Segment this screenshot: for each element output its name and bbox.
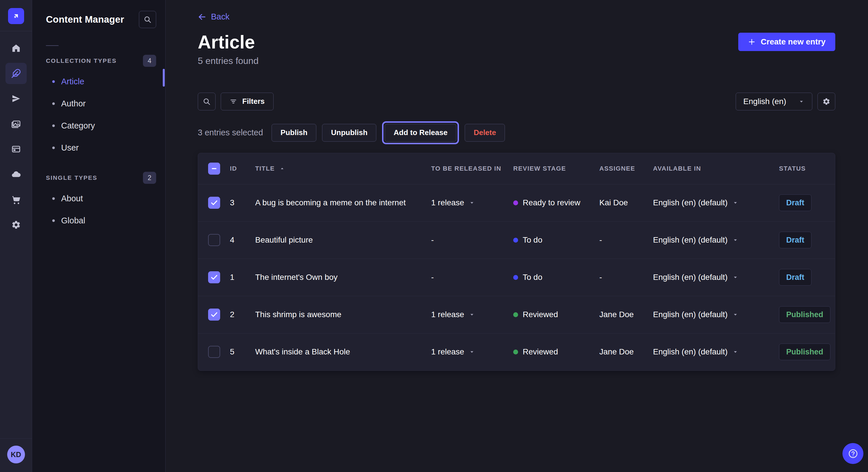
rail-item-cloud[interactable] bbox=[5, 164, 27, 185]
locale-select[interactable]: English (en) bbox=[736, 93, 812, 110]
gear-icon bbox=[823, 98, 830, 105]
row-releases: - bbox=[431, 273, 513, 282]
column-header-released-in: TO BE RELEASED IN bbox=[431, 165, 513, 172]
column-header-title[interactable]: TITLE bbox=[255, 165, 431, 172]
column-header-status: STATUS bbox=[779, 165, 835, 172]
row-title: The internet's Own boy bbox=[255, 273, 431, 282]
table-row[interactable]: 5What's inside a Black Hole1 releaseRevi… bbox=[198, 333, 835, 370]
single-types-section: SINGLE TYPES 2 AboutGlobal bbox=[32, 171, 165, 232]
feather-icon bbox=[11, 69, 21, 78]
status-badge: Draft bbox=[779, 269, 811, 285]
chevron-down-icon bbox=[732, 200, 739, 206]
sidebar-item-author[interactable]: Author bbox=[32, 93, 165, 115]
avatar[interactable]: KD bbox=[7, 446, 25, 463]
help-button[interactable] bbox=[842, 443, 863, 464]
stage-dot-icon bbox=[513, 312, 518, 317]
rail-icon-list bbox=[5, 38, 27, 235]
row-id: 1 bbox=[230, 273, 255, 282]
send-icon bbox=[11, 94, 21, 103]
row-releases[interactable]: 1 release bbox=[431, 198, 513, 207]
delete-button[interactable]: Delete bbox=[465, 124, 505, 142]
sidebar-item-article[interactable]: Article bbox=[32, 71, 165, 93]
table-row[interactable]: 1The internet's Own boy-To do-English (e… bbox=[198, 259, 835, 296]
cloud-icon bbox=[11, 169, 21, 179]
sidebar-item-global[interactable]: Global bbox=[32, 210, 165, 232]
stage-dot-icon bbox=[513, 238, 518, 243]
unpublish-button[interactable]: Unpublish bbox=[322, 124, 376, 142]
view-settings-button[interactable] bbox=[817, 93, 835, 110]
chevron-down-icon bbox=[798, 98, 805, 105]
row-checkbox[interactable] bbox=[208, 197, 220, 209]
row-review-stage: Ready to review bbox=[513, 198, 599, 207]
sidebar-item-user[interactable]: User bbox=[32, 137, 165, 159]
select-all-checkbox[interactable] bbox=[208, 163, 220, 175]
row-id: 5 bbox=[230, 347, 255, 357]
rail-item-feather[interactable] bbox=[5, 63, 27, 84]
strapi-logo[interactable] bbox=[8, 8, 24, 24]
rail-item-media[interactable] bbox=[5, 113, 27, 134]
home-icon bbox=[11, 43, 21, 53]
layout-icon bbox=[11, 144, 21, 154]
row-assignee: - bbox=[599, 273, 653, 282]
back-link[interactable]: Back bbox=[198, 12, 229, 22]
table-row[interactable]: 4Beautiful picture-To do-English (en) (d… bbox=[198, 222, 835, 259]
rail-item-send[interactable] bbox=[5, 88, 27, 109]
row-assignee: Jane Doe bbox=[599, 347, 653, 357]
table-row[interactable]: 2This shrimp is awesome1 releaseReviewed… bbox=[198, 296, 835, 333]
filters-button[interactable]: Filters bbox=[221, 93, 274, 110]
row-releases[interactable]: 1 release bbox=[431, 310, 513, 319]
row-locale-dropdown[interactable]: English (en) (default) bbox=[653, 198, 779, 207]
chevron-down-icon bbox=[732, 274, 739, 280]
list-search-button[interactable] bbox=[198, 93, 216, 110]
bullet-icon bbox=[52, 220, 55, 222]
sidebar-item-label: Global bbox=[61, 216, 85, 225]
entries-table: ID TITLE TO BE RELEASED IN REVIEW STAGE … bbox=[198, 153, 835, 371]
row-id: 4 bbox=[230, 235, 255, 245]
bullet-icon bbox=[52, 80, 55, 83]
row-releases[interactable]: 1 release bbox=[431, 347, 513, 357]
chevron-down-icon bbox=[469, 200, 475, 206]
row-locale-dropdown[interactable]: English (en) (default) bbox=[653, 310, 779, 319]
list-view: Back Article 5 entries found Create new … bbox=[166, 0, 868, 472]
row-review-stage: Reviewed bbox=[513, 310, 599, 319]
publish-button[interactable]: Publish bbox=[272, 124, 316, 142]
row-checkbox[interactable] bbox=[208, 234, 220, 246]
rail-item-gear[interactable] bbox=[5, 214, 27, 235]
filter-icon bbox=[229, 98, 237, 105]
section-label: COLLECTION TYPES bbox=[46, 57, 117, 64]
stage-dot-icon bbox=[513, 200, 518, 205]
row-assignee: - bbox=[599, 235, 653, 245]
row-checkbox[interactable] bbox=[208, 271, 220, 283]
rail-item-home[interactable] bbox=[5, 38, 27, 59]
sort-ascending-icon bbox=[279, 166, 285, 171]
row-checkbox[interactable] bbox=[208, 346, 220, 358]
status-badge: Draft bbox=[779, 232, 811, 248]
row-review-stage: To do bbox=[513, 235, 599, 245]
add-to-release-button[interactable]: Add to Release bbox=[384, 124, 456, 142]
stage-dot-icon bbox=[513, 349, 518, 355]
subnav-search-button[interactable] bbox=[139, 11, 156, 28]
create-new-entry-button[interactable]: Create new entry bbox=[738, 33, 835, 51]
table-row[interactable]: 3A bug is becoming a meme on the interne… bbox=[198, 184, 835, 222]
collection-types-section: COLLECTION TYPES 4 ArticleAuthorCategory… bbox=[32, 55, 165, 159]
row-locale-dropdown[interactable]: English (en) (default) bbox=[653, 347, 779, 357]
rail-logo-area bbox=[0, 0, 32, 31]
column-header-available-in: AVAILABLE IN bbox=[653, 165, 779, 172]
row-checkbox[interactable] bbox=[208, 308, 220, 321]
add-to-release-focus-ring: Add to Release bbox=[382, 121, 459, 144]
gear-icon bbox=[11, 220, 21, 230]
rail-item-cart[interactable] bbox=[5, 189, 27, 210]
column-header-id: ID bbox=[230, 165, 255, 172]
sidebar-item-label: User bbox=[61, 143, 79, 153]
section-count-badge: 4 bbox=[143, 55, 156, 67]
rail-item-layout[interactable] bbox=[5, 138, 27, 160]
row-locale-dropdown[interactable]: English (en) (default) bbox=[653, 273, 779, 282]
section-count-badge: 2 bbox=[143, 172, 156, 184]
subnav-divider bbox=[46, 45, 59, 46]
chevron-down-icon bbox=[732, 311, 739, 318]
bullet-icon bbox=[52, 102, 55, 105]
chevron-down-icon bbox=[469, 311, 475, 318]
sidebar-item-about[interactable]: About bbox=[32, 188, 165, 210]
sidebar-item-category[interactable]: Category bbox=[32, 115, 165, 137]
row-locale-dropdown[interactable]: English (en) (default) bbox=[653, 235, 779, 245]
